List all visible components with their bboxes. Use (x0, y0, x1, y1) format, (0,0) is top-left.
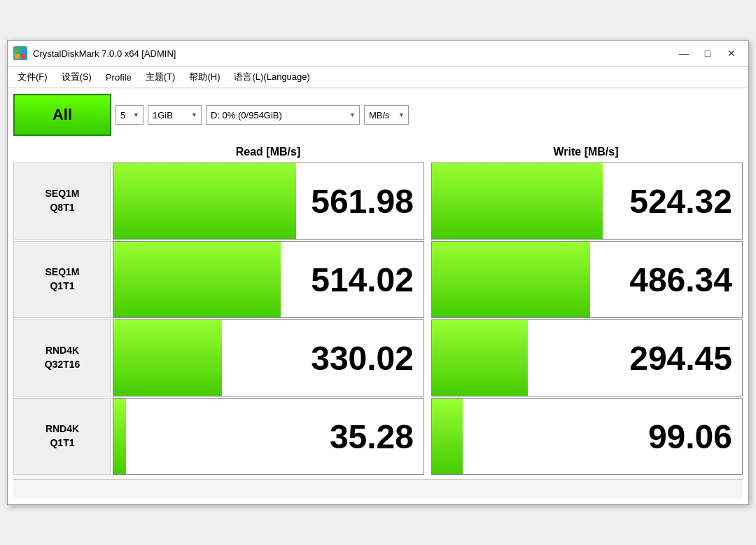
read-value-2: 330.02 (311, 339, 414, 378)
svg-rect-3 (21, 54, 26, 59)
drive-select[interactable]: C: 45% D: 0% (0/954GiB) (211, 110, 351, 120)
write-cell-1: 486.34 (431, 241, 743, 318)
write-cell-3: 99.06 (431, 398, 743, 475)
row-label-1: SEQ1MQ1T1 (13, 241, 111, 318)
read-cell-3: 35.28 (113, 398, 424, 475)
main-content: All 1 3 5 9 ▼ 512MiB 1GiB 2GiB 4GiB 8GiB… (8, 88, 748, 504)
svg-rect-2 (15, 54, 20, 59)
read-header: Read [MB/s] (111, 142, 425, 163)
title-bar: CrystalDiskMark 7.0.0 x64 [ADMIN] — □ ✕ (8, 41, 748, 67)
minimize-button[interactable]: — (673, 45, 695, 62)
menu-item-f[interactable]: 文件(F) (10, 68, 55, 86)
write-cell-2: 294.45 (431, 319, 743, 396)
size-select[interactable]: 512MiB 1GiB 2GiB 4GiB 8GiB 16GiB (153, 110, 197, 120)
col-gap (426, 241, 430, 318)
row-label-3: RND4KQ1T1 (13, 398, 111, 475)
write-value-3: 99.06 (648, 418, 732, 456)
count-select-wrapper[interactable]: 1 3 5 9 ▼ (115, 105, 144, 125)
menu-item-t[interactable]: 主题(T) (139, 68, 183, 86)
svg-rect-1 (21, 48, 26, 53)
label-col-spacer (13, 142, 111, 163)
col-gap (426, 398, 430, 475)
read-cell-0: 561.98 (113, 163, 424, 240)
close-button[interactable]: ✕ (720, 45, 743, 62)
column-headers: Read [MB/s] Write [MB/s] (13, 142, 743, 163)
read-value-3: 35.28 (330, 418, 414, 456)
status-bar (13, 479, 743, 499)
row-label-0: SEQ1MQ8T1 (13, 163, 111, 240)
unit-select[interactable]: MB/s GB/s IOPS μs (369, 110, 404, 120)
col-gap (426, 163, 430, 240)
menu-bar: 文件(F)设置(S)Profile主题(T)帮助(H)语言(L)(Languag… (8, 67, 748, 88)
row-label-2: RND4KQ32T16 (13, 319, 111, 396)
table-row: RND4KQ1T135.2899.06 (13, 398, 743, 475)
unit-select-wrapper[interactable]: MB/s GB/s IOPS μs ▼ (364, 105, 409, 125)
read-value-1: 514.02 (311, 261, 414, 299)
all-button[interactable]: All (13, 94, 111, 136)
read-value-0: 561.98 (311, 182, 414, 221)
write-cell-0: 524.32 (431, 163, 743, 240)
count-select[interactable]: 1 3 5 9 (120, 110, 139, 120)
col-gap (426, 319, 430, 396)
maximize-button[interactable]: □ (696, 45, 719, 62)
read-cell-1: 514.02 (113, 241, 424, 318)
drive-select-wrapper[interactable]: C: 45% D: 0% (0/954GiB) ▼ (206, 105, 360, 125)
read-cell-2: 330.02 (113, 319, 424, 396)
write-value-1: 486.34 (629, 261, 732, 299)
toolbar: All 1 3 5 9 ▼ 512MiB 1GiB 2GiB 4GiB 8GiB… (13, 94, 743, 136)
table-row: RND4KQ32T16330.02294.45 (13, 319, 743, 396)
window-controls: — □ ✕ (673, 45, 743, 62)
write-value-0: 524.32 (629, 182, 732, 221)
window-title: CrystalDiskMark 7.0.0 x64 [ADMIN] (33, 48, 667, 59)
table-row: SEQ1MQ8T1561.98524.32 (13, 163, 743, 240)
table-row: SEQ1MQ1T1514.02486.34 (13, 241, 743, 318)
menu-item-llanguage[interactable]: 语言(L)(Language) (227, 68, 316, 86)
menu-item-s[interactable]: 设置(S) (55, 68, 99, 86)
write-header: Write [MB/s] (429, 142, 743, 163)
write-value-2: 294.45 (629, 339, 732, 378)
menu-item-h[interactable]: 帮助(H) (182, 68, 227, 86)
menu-item-profile[interactable]: Profile (99, 69, 139, 85)
size-select-wrapper[interactable]: 512MiB 1GiB 2GiB 4GiB 8GiB 16GiB ▼ (148, 105, 202, 125)
app-icon (13, 46, 27, 60)
app-window: CrystalDiskMark 7.0.0 x64 [ADMIN] — □ ✕ … (7, 40, 749, 505)
svg-rect-0 (15, 48, 20, 53)
data-table: SEQ1MQ8T1561.98524.32SEQ1MQ1T1514.02486.… (13, 163, 743, 475)
